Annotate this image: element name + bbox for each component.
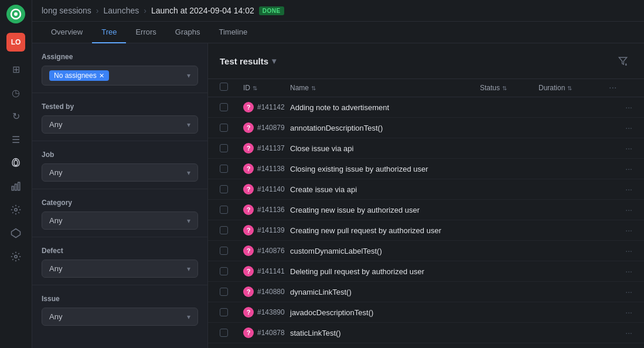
row-name[interactable]: Create issue via api [290,185,480,194]
row-checkbox[interactable] [220,185,228,193]
header-status[interactable]: Status ⇅ [480,83,539,93]
filter-tested-by-select[interactable]: Any ▾ [42,115,198,134]
sidebar-icon-charts[interactable] [5,176,26,197]
row-id: #140880 [257,288,285,296]
table-row: ? #141138 Closing existing issue by auth… [208,159,644,179]
filter-issue-value: Any [49,312,62,321]
row-id: #141139 [257,226,285,234]
row-more-icon[interactable]: ··· [609,226,632,235]
row-name[interactable]: staticLinkTest() [290,329,480,337]
row-status-icon: ? [243,245,254,256]
assignee-tag-close[interactable]: ✕ [99,72,104,80]
breadcrumb-sep-2: › [144,6,146,15]
tab-timeline[interactable]: Timeline [209,22,257,43]
row-checkbox-cell [220,288,243,296]
row-checkbox[interactable] [220,144,228,152]
row-id-cell: ? #140879 [243,122,290,133]
breadcrumb-current: Launch at 2024-09-04 14:02 [151,6,254,15]
filter-category-select[interactable]: Any ▾ [42,211,198,230]
tab-errors[interactable]: Errors [126,22,165,43]
row-name[interactable]: Creating new pull request by authorized … [290,226,480,235]
row-more-icon[interactable]: ··· [609,308,632,317]
row-id-cell: ? #140876 [243,245,290,256]
row-more-icon[interactable]: ··· [609,205,632,214]
user-avatar[interactable]: LO [6,33,25,52]
header-more-icon[interactable]: ··· [609,83,616,93]
select-all-checkbox[interactable] [220,83,228,91]
row-name[interactable]: annotationDescriptionTest() [290,124,480,132]
row-checkbox[interactable] [220,288,228,296]
tab-tree[interactable]: Tree [92,22,126,43]
filter-tested-by-label: Tested by [42,103,198,111]
filter-results-button[interactable] [614,52,632,70]
row-status-icon: ? [243,327,254,338]
row-more-icon[interactable]: ··· [609,103,632,112]
row-checkbox[interactable] [220,247,228,255]
sidebar-icon-launches[interactable] [5,152,26,173]
row-id: #143890 [257,308,285,316]
results-title[interactable]: Test results ▾ [220,56,276,66]
row-status-icon: ? [243,225,254,236]
filter-tested-by-section: Tested by Any ▾ [32,93,207,141]
row-more-icon[interactable]: ··· [609,185,632,194]
row-status-icon: ? [243,122,254,133]
results-title-text: Test results [220,56,268,66]
row-more-icon[interactable]: ··· [609,246,632,255]
svg-point-5 [15,209,18,211]
filter-issue-label: Issue [42,295,198,303]
row-checkbox[interactable] [220,124,228,132]
sidebar-icon-settings[interactable] [5,246,26,267]
row-name[interactable]: Adding note to advertisement [290,103,480,112]
row-checkbox-cell [220,206,243,214]
row-name[interactable]: javadocDescriptionTest() [290,308,480,317]
breadcrumb-launches[interactable]: Launches [104,6,139,15]
table-row: ? #141140 Create issue via api ··· [208,179,644,200]
sidebar-icon-sync[interactable]: ↻ [5,105,26,127]
sidebar-icon-activity[interactable]: ◷ [5,82,26,103]
row-checkbox[interactable] [220,226,228,234]
sidebar-icon-tasks[interactable]: ☰ [5,129,26,150]
header-checkbox-cell [220,83,243,93]
row-more-icon[interactable]: ··· [609,123,632,132]
sidebar-icon-cog[interactable] [5,199,26,220]
row-checkbox-cell [220,165,243,173]
row-checkbox[interactable] [220,165,228,173]
tab-graphs[interactable]: Graphs [166,22,210,43]
row-name[interactable]: customDynamicLabelTest() [290,247,480,255]
row-more-icon[interactable]: ··· [609,164,632,173]
row-status-icon: ? [243,163,254,174]
row-more-icon[interactable]: ··· [609,144,632,153]
row-checkbox[interactable] [220,329,228,337]
svg-marker-8 [619,57,626,64]
row-name[interactable]: Close issue via api [290,144,480,153]
row-name[interactable]: Creating new issue by authorized user [290,206,480,214]
breadcrumb-project[interactable]: long sessions [42,6,91,15]
app-logo[interactable] [6,5,25,23]
header-duration[interactable]: Duration ⇅ [539,83,609,93]
row-more-icon[interactable]: ··· [609,328,632,337]
sidebar-icon-integrations[interactable] [5,223,26,244]
filter-issue-select[interactable]: Any ▾ [42,308,198,326]
row-more-icon[interactable]: ··· [609,287,632,296]
row-checkbox[interactable] [220,103,228,111]
row-checkbox[interactable] [220,206,228,214]
row-name[interactable]: Closing existing issue by authorized use… [290,165,480,173]
header-name[interactable]: Name ⇅ [290,83,480,93]
filter-job-select[interactable]: Any ▾ [42,163,198,182]
sidebar-icon-dashboard[interactable]: ⊞ [5,59,26,80]
row-id: #140879 [257,124,285,132]
header-status-text: Status [480,84,500,92]
row-checkbox[interactable] [220,267,228,275]
row-name[interactable]: Deleting pull request by authorized user [290,267,480,276]
header-id[interactable]: ID ⇅ [243,83,290,93]
top-header: long sessions › Launches › Launch at 202… [32,0,644,22]
tab-overview[interactable]: Overview [42,22,92,43]
row-name[interactable]: dynamicLinkTest() [290,288,480,296]
row-checkbox[interactable] [220,308,228,316]
filter-assignee-select[interactable]: No assignees ✕ ▾ [42,66,198,86]
filter-defect-select[interactable]: Any ▾ [42,260,198,278]
svg-rect-4 [18,182,20,190]
header-id-text: ID [243,84,250,92]
row-more-icon[interactable]: ··· [609,267,632,276]
table-row: ? #141136 Creating new issue by authoriz… [208,200,644,220]
